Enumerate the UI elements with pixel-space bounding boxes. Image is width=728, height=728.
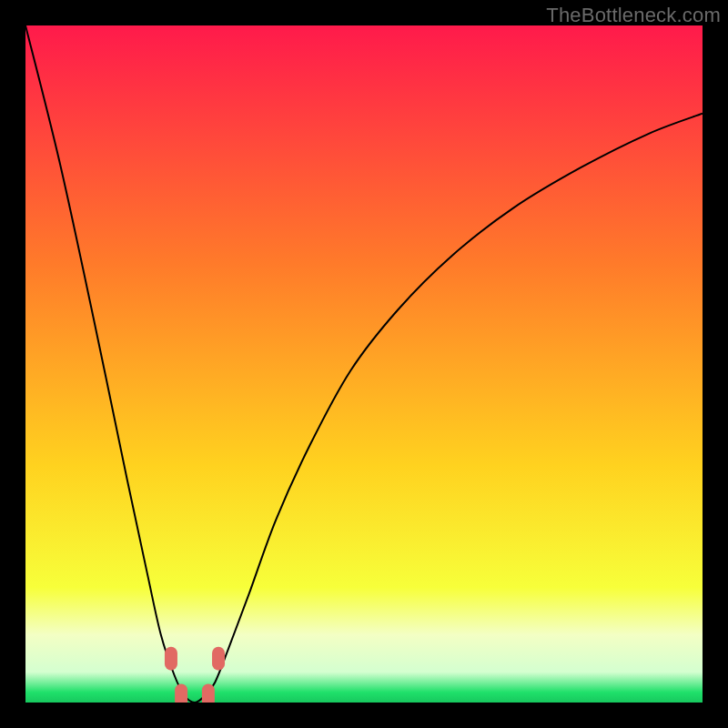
bottleneck-chart xyxy=(25,25,703,703)
chart-frame xyxy=(25,25,703,703)
curve-marker xyxy=(165,647,177,671)
curve-marker xyxy=(175,684,187,703)
curve-marker xyxy=(202,684,215,703)
curve-marker xyxy=(212,647,225,671)
watermark-text: TheBottleneck.com xyxy=(546,4,721,27)
gradient-background xyxy=(25,25,703,703)
